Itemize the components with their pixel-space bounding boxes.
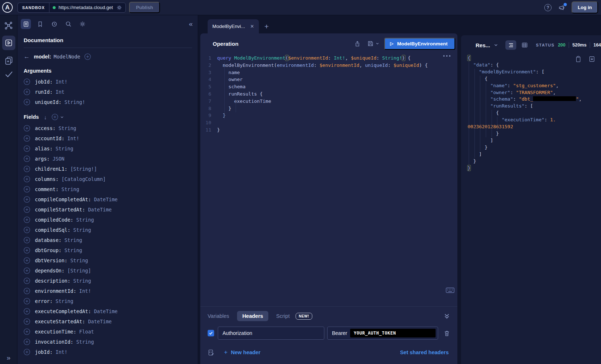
- add-to-query-icon[interactable]: [24, 217, 30, 223]
- field-type[interactable]: Int: [56, 89, 64, 95]
- field-name[interactable]: dbtGroup:: [35, 247, 61, 253]
- operation-editor[interactable]: 1query ModelByEnvironment($environmentId…: [200, 50, 457, 306]
- field-name[interactable]: runId:: [35, 89, 53, 95]
- field-name[interactable]: args:: [35, 156, 50, 162]
- endpoint-settings-gear-icon[interactable]: [116, 5, 122, 11]
- tab-headers[interactable]: Headers: [237, 311, 268, 321]
- schema-graph-icon[interactable]: [4, 21, 13, 30]
- field-type[interactable]: Float: [79, 329, 94, 335]
- field-name[interactable]: description:: [35, 278, 71, 284]
- run-operation-button[interactable]: ▷ ModelByEnvironment: [384, 38, 455, 50]
- field-type[interactable]: String: [76, 217, 94, 223]
- field-type[interactable]: String: [64, 237, 82, 243]
- add-model-field-icon[interactable]: [84, 53, 91, 60]
- add-to-query-icon[interactable]: [24, 227, 30, 233]
- field-name[interactable]: alias:: [35, 146, 53, 151]
- endpoint-url-box[interactable]: https://metadata.cloud.get: [49, 3, 126, 13]
- field-name[interactable]: dependsOn:: [35, 268, 64, 274]
- new-tab-icon[interactable]: +: [264, 23, 269, 30]
- set-shared-headers-link[interactable]: Set shared headers: [400, 349, 449, 355]
- add-to-query-icon[interactable]: [24, 278, 30, 284]
- help-icon[interactable]: ?: [544, 4, 552, 11]
- field-type[interactable]: Int!: [79, 288, 91, 294]
- add-all-fields-icon[interactable]: [52, 114, 64, 120]
- login-button[interactable]: Log in: [572, 1, 598, 13]
- header-name-input[interactable]: Authorization: [218, 327, 324, 340]
- save-options-chevron-icon[interactable]: [376, 42, 379, 45]
- close-tab-icon[interactable]: ✕: [250, 24, 254, 29]
- json-view-icon[interactable]: [505, 40, 516, 50]
- add-to-query-icon[interactable]: [24, 176, 30, 182]
- field-type[interactable]: String: [64, 247, 82, 253]
- response-dropdown-chevron-icon[interactable]: [494, 43, 498, 47]
- field-name[interactable]: invocationId:: [35, 339, 73, 345]
- field-name[interactable]: compileCompletedAt:: [35, 197, 91, 202]
- field-type[interactable]: String: [70, 258, 88, 263]
- bookmarks-icon[interactable]: [35, 19, 45, 29]
- history-icon[interactable]: [49, 19, 59, 29]
- field-name[interactable]: compiledCode:: [35, 217, 73, 223]
- add-to-query-icon[interactable]: [24, 196, 30, 203]
- save-icon[interactable]: [367, 40, 374, 47]
- field-name[interactable]: childrenL1:: [35, 166, 67, 172]
- search-icon[interactable]: [63, 19, 73, 29]
- field-name[interactable]: error:: [35, 298, 53, 304]
- auth-token-redacted[interactable]: YOUR_AUTH_TOKEN: [350, 329, 436, 337]
- documentation-tab-icon[interactable]: [21, 19, 31, 29]
- explorer-nav-item-active[interactable]: [2, 36, 15, 50]
- add-to-query-icon[interactable]: [24, 155, 30, 162]
- operation-tab[interactable]: ModelByEnvi... ✕: [208, 19, 259, 33]
- sort-fields-icon[interactable]: ↓: [44, 114, 47, 120]
- add-to-query-icon[interactable]: [24, 308, 30, 315]
- field-name[interactable]: dbtVersion:: [35, 258, 67, 263]
- new-header-button[interactable]: + New header: [224, 349, 260, 356]
- add-to-query-icon[interactable]: [24, 206, 30, 213]
- add-to-query-icon[interactable]: [24, 328, 30, 335]
- add-to-query-icon[interactable]: [24, 135, 30, 142]
- field-type[interactable]: DateTime: [94, 308, 117, 314]
- field-type[interactable]: Int!: [67, 136, 79, 141]
- field-type[interactable]: JSON: [53, 156, 65, 162]
- field-name[interactable]: compileStartedAt:: [35, 207, 85, 213]
- add-to-query-icon[interactable]: [24, 125, 30, 132]
- checks-icon[interactable]: [4, 70, 13, 78]
- field-type[interactable]: String: [73, 278, 91, 284]
- add-to-query-icon[interactable]: [24, 267, 30, 274]
- add-to-query-icon[interactable]: [24, 186, 30, 193]
- field-type[interactable]: [String]: [67, 268, 91, 274]
- collapse-docs-icon[interactable]: «: [189, 20, 193, 28]
- copy-response-icon[interactable]: [575, 56, 581, 62]
- field-type[interactable]: DateTime: [94, 197, 117, 202]
- tab-script[interactable]: Script: [276, 313, 290, 319]
- field-type[interactable]: String: [56, 298, 73, 304]
- keyboard-shortcuts-icon[interactable]: [446, 287, 454, 293]
- field-type[interactable]: [CatalogColumn]: [61, 176, 106, 182]
- settings-gear-icon[interactable]: [77, 19, 88, 29]
- field-name[interactable]: accountId:: [35, 136, 64, 141]
- share-operation-icon[interactable]: [354, 40, 361, 47]
- add-to-query-icon[interactable]: [24, 339, 30, 345]
- expand-rail-icon[interactable]: »: [7, 354, 11, 362]
- header-value-input[interactable]: Bearer YOUR_AUTH_TOKEN: [327, 327, 438, 340]
- field-type[interactable]: String: [56, 146, 73, 151]
- add-to-query-icon[interactable]: [24, 99, 30, 105]
- add-to-query-icon[interactable]: [24, 288, 30, 294]
- field-type[interactable]: Int!: [56, 79, 68, 85]
- field-name[interactable]: columns:: [35, 176, 59, 182]
- save-operation-group[interactable]: [367, 40, 379, 47]
- code-lines[interactable]: 1query ModelByEnvironment($environmentId…: [200, 54, 457, 134]
- download-response-icon[interactable]: [589, 56, 595, 62]
- field-type[interactable]: DateTime: [88, 207, 112, 213]
- field-type[interactable]: String: [76, 339, 94, 345]
- add-to-query-icon[interactable]: [24, 145, 30, 152]
- field-name[interactable]: compiledSql:: [35, 227, 71, 233]
- header-enabled-checkbox[interactable]: [208, 330, 214, 336]
- add-to-query-icon[interactable]: [24, 89, 30, 95]
- field-type[interactable]: String!: [64, 99, 85, 105]
- field-type[interactable]: [String!]: [70, 166, 97, 172]
- field-type[interactable]: String: [73, 227, 91, 233]
- field-name[interactable]: database:: [35, 237, 61, 243]
- model-type-link[interactable]: ModelNode: [54, 54, 80, 60]
- announcements-megaphone-icon[interactable]: [558, 4, 566, 11]
- add-to-query-icon[interactable]: [24, 298, 30, 304]
